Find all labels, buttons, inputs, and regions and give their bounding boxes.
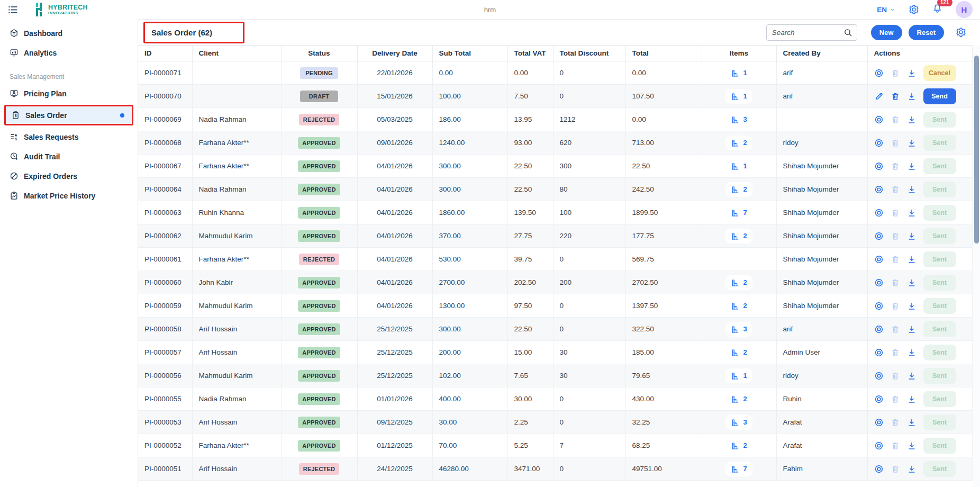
sent-button[interactable]: Sent: [923, 275, 956, 291]
trash-icon[interactable]: [891, 418, 900, 427]
view-icon[interactable]: [874, 324, 884, 334]
trash-icon[interactable]: [891, 441, 900, 450]
trash-icon[interactable]: [891, 185, 900, 194]
view-icon[interactable]: [874, 301, 884, 311]
view-icon[interactable]: [874, 394, 884, 404]
download-icon[interactable]: [907, 441, 917, 450]
items-link[interactable]: 2: [725, 275, 752, 290]
trash-icon[interactable]: [891, 138, 900, 148]
trash-icon[interactable]: [891, 231, 900, 241]
table-settings-gear-icon[interactable]: [956, 27, 966, 38]
download-icon[interactable]: [907, 138, 917, 148]
new-button[interactable]: New: [871, 25, 902, 40]
download-icon[interactable]: [907, 371, 917, 381]
items-link[interactable]: 2: [725, 136, 752, 150]
view-icon[interactable]: [874, 138, 884, 148]
download-icon[interactable]: [907, 255, 917, 264]
view-icon[interactable]: [874, 464, 884, 474]
sidebar-item-market-price-history[interactable]: Market Price History: [0, 186, 138, 205]
menu-toggle-icon[interactable]: [7, 5, 19, 15]
sent-button[interactable]: Sent: [923, 391, 956, 407]
items-link[interactable]: 7: [725, 205, 752, 220]
items-link[interactable]: 2: [725, 182, 752, 197]
view-icon[interactable]: [874, 418, 884, 427]
sidebar-item-sales-order[interactable]: $Sales Order: [6, 106, 132, 124]
sidebar-item-expired-orders[interactable]: Expired Orders: [0, 166, 138, 186]
download-icon[interactable]: [907, 418, 917, 427]
notifications-bell[interactable]: 121: [932, 3, 942, 16]
download-icon[interactable]: [907, 231, 917, 241]
view-icon[interactable]: [874, 441, 884, 450]
sent-button[interactable]: Sent: [923, 461, 956, 477]
sent-button[interactable]: Sent: [923, 368, 956, 384]
sent-button[interactable]: Sent: [923, 112, 956, 128]
view-icon[interactable]: [874, 371, 884, 381]
view-icon[interactable]: [874, 208, 884, 218]
items-link[interactable]: 1: [725, 368, 752, 383]
sidebar-item-dashboard[interactable]: Dashboard: [0, 23, 138, 43]
trash-icon[interactable]: [891, 115, 900, 124]
items-link[interactable]: 2: [725, 299, 752, 313]
trash-icon[interactable]: [891, 92, 900, 101]
items-link[interactable]: 1: [725, 66, 752, 80]
sent-button[interactable]: Sent: [923, 228, 956, 244]
download-icon[interactable]: [907, 115, 917, 124]
trash-icon[interactable]: [891, 68, 900, 78]
view-icon[interactable]: [874, 185, 884, 194]
sent-button[interactable]: Sent: [923, 298, 956, 314]
download-icon[interactable]: [907, 208, 917, 218]
items-link[interactable]: 3: [725, 415, 752, 430]
download-icon[interactable]: [907, 348, 917, 357]
download-icon[interactable]: [907, 464, 917, 474]
reset-button[interactable]: Reset: [909, 25, 944, 40]
sent-button[interactable]: Sent: [923, 438, 956, 454]
send-button[interactable]: Send: [923, 88, 956, 104]
sidebar-item-sales-requests[interactable]: $Sales Requests: [0, 127, 138, 147]
trash-icon[interactable]: [891, 208, 900, 218]
sent-button[interactable]: Sent: [923, 182, 956, 197]
user-avatar[interactable]: H: [956, 1, 973, 18]
sidebar-item-analytics[interactable]: Analytics: [0, 43, 138, 62]
items-link[interactable]: 2: [725, 438, 752, 453]
trash-icon[interactable]: [891, 394, 900, 404]
download-icon[interactable]: [907, 394, 917, 404]
sent-button[interactable]: Sent: [923, 205, 956, 221]
scrollbar-thumb[interactable]: [974, 56, 979, 244]
language-selector[interactable]: EN: [877, 6, 895, 14]
items-link[interactable]: 3: [725, 112, 752, 127]
edit-icon[interactable]: [874, 92, 884, 101]
trash-icon[interactable]: [891, 371, 900, 381]
sent-button[interactable]: Sent: [923, 345, 956, 360]
cancel-button[interactable]: Cancel: [923, 65, 956, 81]
view-icon[interactable]: [874, 231, 884, 241]
items-link[interactable]: 1: [725, 89, 752, 104]
download-icon[interactable]: [907, 301, 917, 311]
download-icon[interactable]: [907, 161, 917, 171]
download-icon[interactable]: [907, 92, 917, 101]
sent-button[interactable]: Sent: [923, 135, 956, 151]
items-link[interactable]: 3: [725, 322, 752, 337]
brand-logo[interactable]: HYBRITECH INNOVATIONS: [32, 3, 88, 16]
items-link[interactable]: 2: [725, 345, 752, 360]
trash-icon[interactable]: [891, 255, 900, 264]
sidebar-item-audit-trail[interactable]: Audit Trail: [0, 147, 138, 166]
view-icon[interactable]: [874, 255, 884, 264]
view-icon[interactable]: [874, 161, 884, 171]
trash-icon[interactable]: [891, 161, 900, 171]
view-icon[interactable]: [874, 278, 884, 287]
items-link[interactable]: 7: [725, 462, 752, 476]
items-link[interactable]: 2: [725, 392, 752, 407]
view-icon[interactable]: [874, 348, 884, 357]
download-icon[interactable]: [907, 68, 917, 78]
settings-gear-icon[interactable]: [909, 4, 919, 15]
items-link[interactable]: 2: [725, 229, 752, 244]
download-icon[interactable]: [907, 324, 917, 334]
download-icon[interactable]: [907, 278, 917, 287]
sidebar-item-pricing-plan[interactable]: Pricing Plan: [0, 84, 138, 103]
trash-icon[interactable]: [891, 464, 900, 474]
trash-icon[interactable]: [891, 324, 900, 334]
sent-button[interactable]: Sent: [923, 414, 956, 430]
download-icon[interactable]: [907, 185, 917, 194]
view-icon[interactable]: [874, 115, 884, 124]
trash-icon[interactable]: [891, 278, 900, 287]
